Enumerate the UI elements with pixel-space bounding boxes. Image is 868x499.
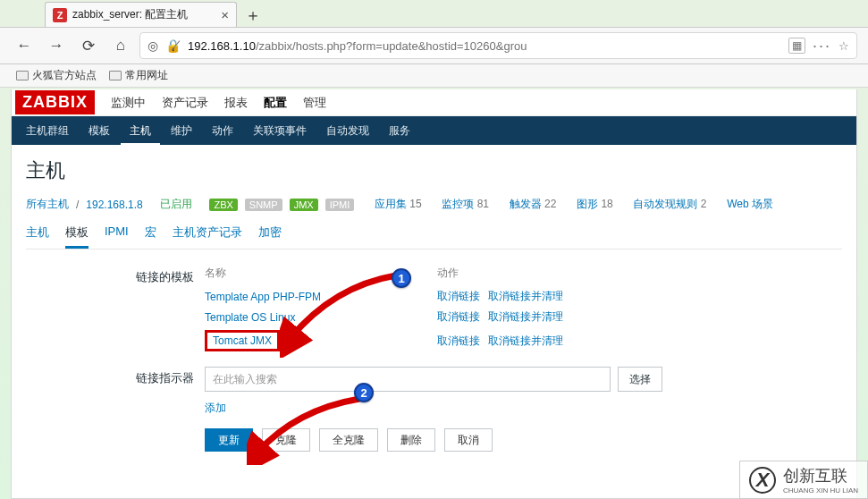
watermark-logo-icon: X: [749, 467, 776, 494]
counter-items[interactable]: 监控项 81: [442, 197, 489, 212]
counter-web[interactable]: Web 场景: [727, 197, 773, 212]
browser-tab[interactable]: Z zabbix_server: 配置主机 ×: [45, 2, 237, 27]
host-status: 已启用: [160, 197, 192, 212]
breadcrumb-row: 所有主机 / 192.168.1.8 已启用 ZBX SNMP JMX IPMI…: [26, 197, 842, 212]
table-row: Tomcat JMX 取消链接 取消链接并清理: [205, 327, 616, 354]
subnav-hostgroups[interactable]: 主机群组: [17, 116, 78, 146]
home-button[interactable]: ⌂: [107, 32, 134, 59]
search-placeholder: 在此输入搜索: [213, 372, 277, 387]
topnav-configuration[interactable]: 配置: [264, 95, 287, 111]
button-row: 更新 克隆 全克隆 删除 取消: [205, 428, 842, 452]
tab-title: zabbix_server: 配置主机: [72, 7, 221, 22]
subnav-actions[interactable]: 动作: [203, 116, 242, 146]
pill-ipmi: IPMI: [325, 199, 355, 211]
url-bar[interactable]: ◎ 🔒̸ 192.168.1.10/zabbix/hosts.php?form=…: [139, 32, 857, 59]
folder-icon: [109, 71, 122, 80]
watermark: X 创新互联 CHUANG XIN HU LIAN: [739, 461, 868, 499]
template-link[interactable]: Template App PHP-FPM: [205, 291, 321, 303]
pill-snmp: SNMP: [245, 199, 282, 211]
counter-apps[interactable]: 应用集 15: [375, 197, 422, 212]
template-search-input[interactable]: 在此输入搜索: [205, 367, 611, 392]
clone-button[interactable]: 克隆: [262, 428, 310, 452]
tab-macros[interactable]: 宏: [145, 224, 156, 249]
content: 主机 所有主机 / 192.168.1.8 已启用 ZBX SNMP JMX I…: [12, 145, 856, 461]
zabbix-logo[interactable]: ZABBIX: [15, 90, 95, 114]
unlink-link[interactable]: 取消链接: [437, 310, 480, 323]
zabbix-header: ZABBIX 监测中 资产记录 报表 配置 管理: [12, 89, 856, 116]
forward-button[interactable]: →: [43, 32, 70, 59]
form: 链接的模板 名称 动作 Template App PHP-FPM 取消链接 取消…: [26, 266, 842, 452]
shield-icon: ◎: [147, 38, 158, 53]
topnav-reports[interactable]: 报表: [224, 95, 248, 111]
label-linked-templates: 链接的模板: [26, 266, 205, 354]
back-button[interactable]: ←: [11, 32, 38, 59]
callout-badge-1: 1: [392, 268, 411, 288]
topnav-monitoring[interactable]: 监测中: [111, 95, 146, 111]
add-link[interactable]: 添加: [205, 402, 226, 414]
topnav-inventory[interactable]: 资产记录: [162, 95, 208, 111]
tab-host[interactable]: 主机: [26, 224, 49, 249]
tab-ipmi[interactable]: IPMI: [105, 224, 129, 249]
zabbix-page: ZABBIX 监测中 资产记录 报表 配置 管理 主机群组 模板 主机 维护 动…: [11, 89, 857, 499]
full-clone-button[interactable]: 全克隆: [319, 428, 378, 452]
tab-encryption[interactable]: 加密: [258, 224, 282, 249]
table-row: Template OS Linux 取消链接 取消链接并清理: [205, 307, 616, 327]
watermark-sub: CHUANG XIN HU LIAN: [783, 486, 858, 495]
counter-triggers[interactable]: 触发器 22: [510, 197, 557, 212]
subnav-hosts[interactable]: 主机: [121, 116, 160, 146]
breadcrumb-host[interactable]: 192.168.1.8: [86, 199, 142, 211]
topnav-admin[interactable]: 管理: [303, 95, 326, 111]
reload-button[interactable]: ⟳: [75, 32, 102, 59]
callout-badge-2: 2: [354, 383, 374, 402]
label-link-indicator: 链接指示器: [26, 367, 205, 416]
subnav-correlation[interactable]: 关联项事件: [244, 116, 316, 146]
highlight-box: Tomcat JMX: [205, 330, 280, 351]
insecure-icon: 🔒̸: [165, 38, 181, 53]
cancel-button[interactable]: 取消: [444, 428, 493, 452]
bookmark-star-icon[interactable]: ☆: [839, 39, 849, 53]
counter-graphs[interactable]: 图形 18: [577, 197, 613, 212]
host-tabs: 主机 模板 IPMI 宏 主机资产记录 加密: [26, 224, 842, 249]
row-linked-templates: 链接的模板 名称 动作 Template App PHP-FPM 取消链接 取消…: [26, 266, 842, 354]
zabbix-subnav: 主机群组 模板 主机 维护 动作 关联项事件 自动发现 服务: [12, 116, 856, 145]
delete-button[interactable]: 删除: [387, 428, 435, 452]
url-text: 192.168.1.10/zabbix/hosts.php?form=updat…: [188, 39, 781, 53]
select-button[interactable]: 选择: [618, 367, 662, 392]
col-action: 动作: [437, 266, 616, 281]
breadcrumb-sep: /: [76, 199, 79, 211]
unlink-clear-link[interactable]: 取消链接并清理: [488, 310, 563, 323]
row-link-indicator: 链接指示器 在此输入搜索 选择 添加: [26, 367, 842, 416]
close-icon[interactable]: ×: [221, 7, 229, 22]
new-tab-button[interactable]: ＋: [240, 4, 265, 27]
bookmark-label: 火狐官方站点: [32, 68, 97, 83]
pill-jmx: JMX: [290, 199, 318, 211]
page-actions-icon[interactable]: ···: [813, 37, 831, 55]
bookmark-item[interactable]: 火狐官方站点: [16, 68, 97, 83]
bookmark-label: 常用网址: [125, 68, 168, 83]
table-row: Template App PHP-FPM 取消链接 取消链接并清理: [205, 286, 616, 307]
bookmarks-bar: 火狐官方站点 常用网址: [0, 64, 868, 88]
browser-tab-bar: Z zabbix_server: 配置主机 × ＋: [0, 0, 868, 27]
watermark-brand: 创新互联: [783, 465, 858, 486]
update-button[interactable]: 更新: [205, 428, 253, 452]
subnav-discovery[interactable]: 自动发现: [317, 116, 378, 146]
subnav-services[interactable]: 服务: [380, 116, 419, 146]
pill-zbx: ZBX: [209, 199, 237, 211]
template-link[interactable]: Tomcat JMX: [213, 334, 272, 347]
subnav-templates[interactable]: 模板: [80, 116, 119, 146]
browser-toolbar: ← → ⟳ ⌂ ◎ 🔒̸ 192.168.1.10/zabbix/hosts.p…: [0, 27, 868, 64]
qr-icon[interactable]: ▦: [788, 38, 805, 54]
bookmark-item[interactable]: 常用网址: [109, 68, 168, 83]
unlink-link[interactable]: 取消链接: [437, 334, 480, 347]
tab-templates[interactable]: 模板: [65, 224, 88, 249]
unlink-clear-link[interactable]: 取消链接并清理: [488, 334, 563, 347]
counter-discovery[interactable]: 自动发现规则 2: [633, 197, 706, 212]
tab-inventory[interactable]: 主机资产记录: [173, 224, 242, 249]
subnav-maintenance[interactable]: 维护: [162, 116, 201, 146]
template-link[interactable]: Template OS Linux: [205, 311, 295, 324]
unlink-link[interactable]: 取消链接: [437, 290, 480, 302]
tab-favicon: Z: [53, 8, 67, 22]
page-title: 主机: [26, 157, 842, 184]
unlink-clear-link[interactable]: 取消链接并清理: [488, 290, 563, 302]
breadcrumb-allhosts[interactable]: 所有主机: [26, 197, 69, 212]
